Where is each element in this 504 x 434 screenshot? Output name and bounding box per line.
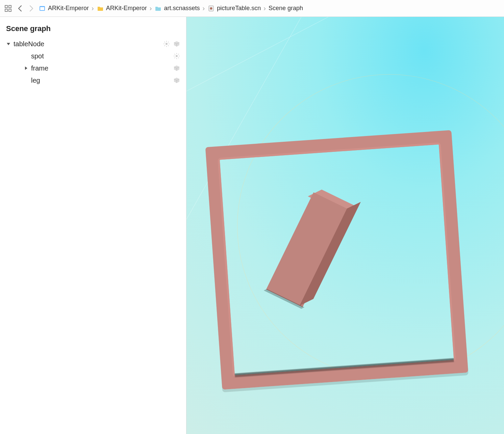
node-label: tableNode xyxy=(14,40,163,48)
svg-line-28 xyxy=(175,57,175,58)
svg-marker-8 xyxy=(7,43,10,45)
grid-icon xyxy=(4,5,12,12)
chevron-right-icon xyxy=(29,5,34,12)
breadcrumb-item-scene-graph[interactable]: Scene graph xyxy=(269,5,303,12)
svg-point-20 xyxy=(176,55,178,57)
breadcrumb-item-folder[interactable]: ARKit-Emperor › xyxy=(97,4,153,12)
cube-icon xyxy=(173,40,180,47)
chevron-right-icon: › xyxy=(263,4,266,12)
svg-line-34 xyxy=(186,17,328,91)
svg-line-27 xyxy=(178,54,179,55)
breadcrumb-item-assets[interactable]: art.scnassets › xyxy=(154,4,205,12)
light-icon xyxy=(163,40,170,47)
svg-rect-1 xyxy=(9,5,11,8)
scene-object-frame[interactable] xyxy=(205,130,468,389)
triangle-down-icon xyxy=(6,42,11,46)
scene-file-icon xyxy=(207,5,215,12)
svg-line-15 xyxy=(168,45,169,46)
scene-graph-panel: Scene graph tableNode spot fram xyxy=(0,17,186,434)
chevron-right-icon: › xyxy=(92,4,94,12)
nav-back-button[interactable] xyxy=(16,4,24,13)
svg-point-9 xyxy=(166,43,168,45)
svg-rect-3 xyxy=(9,9,11,11)
node-label: spot xyxy=(31,52,173,60)
svg-rect-0 xyxy=(5,5,7,8)
svg-line-26 xyxy=(178,57,179,58)
breadcrumb-label: art.scnassets xyxy=(164,5,200,12)
main-split: Scene graph tableNode spot fram xyxy=(0,17,504,434)
chevron-right-icon: › xyxy=(202,4,205,12)
breadcrumb-item-scene-file[interactable]: pictureTable.scn › xyxy=(207,4,267,12)
node-label: leg xyxy=(31,77,173,84)
svg-line-16 xyxy=(168,42,169,43)
nav-forward-button[interactable] xyxy=(27,4,36,13)
assets-folder-icon xyxy=(154,5,162,12)
breadcrumb-label: ARKit-Emperor xyxy=(106,5,147,12)
disclosure-triangle[interactable] xyxy=(6,42,14,46)
light-icon xyxy=(173,53,180,59)
node-label: frame xyxy=(31,64,173,72)
svg-point-7 xyxy=(210,7,212,9)
panel-title: Scene graph xyxy=(6,24,183,33)
breadcrumb-item-project[interactable]: ARKit-Emperor › xyxy=(39,4,95,12)
scene-node-frame[interactable]: frame xyxy=(5,62,183,74)
breadcrumb: ARKit-Emperor › ARKit-Emperor › art.scna… xyxy=(39,4,501,12)
triangle-right-icon xyxy=(24,66,28,71)
breadcrumb-label: Scene graph xyxy=(269,5,303,12)
cube-icon xyxy=(173,77,180,84)
svg-line-17 xyxy=(165,45,165,46)
toolbar: ARKit-Emperor › ARKit-Emperor › art.scna… xyxy=(0,0,504,17)
scene-viewport[interactable] xyxy=(186,17,504,434)
chevron-left-icon xyxy=(17,5,23,12)
scene-node-leg[interactable]: leg xyxy=(5,74,183,86)
scene-node-tableNode[interactable]: tableNode xyxy=(5,38,183,50)
svg-line-25 xyxy=(175,54,175,55)
related-items-button[interactable] xyxy=(3,4,13,13)
chevron-right-icon: › xyxy=(150,4,152,12)
folder-icon xyxy=(97,5,104,12)
svg-rect-2 xyxy=(5,9,7,11)
project-icon xyxy=(39,5,46,12)
disclosure-triangle[interactable] xyxy=(24,66,31,71)
svg-marker-29 xyxy=(25,66,27,70)
breadcrumb-label: pictureTable.scn xyxy=(217,5,261,12)
scene-node-spot[interactable]: spot xyxy=(5,50,183,62)
svg-line-14 xyxy=(165,42,165,43)
cube-icon xyxy=(173,65,180,72)
breadcrumb-label: ARKit-Emperor xyxy=(48,5,89,12)
svg-rect-5 xyxy=(40,7,44,10)
